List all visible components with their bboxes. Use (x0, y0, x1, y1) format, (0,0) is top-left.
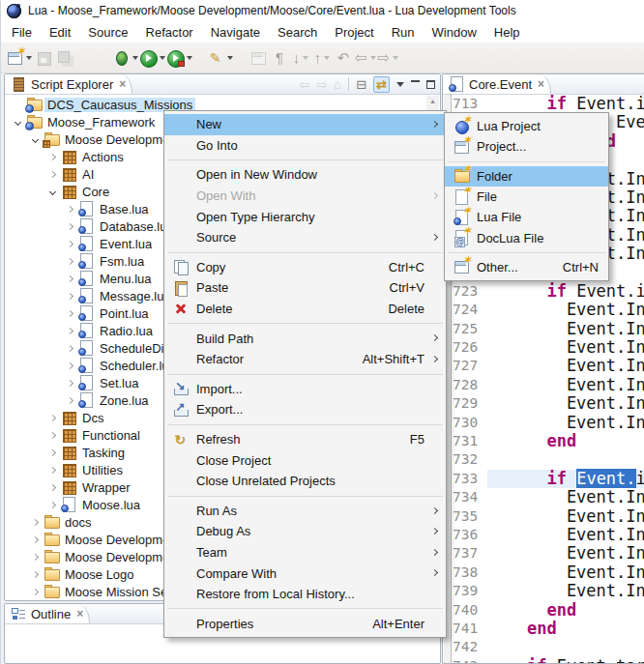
context-menu-item-import[interactable]: Import... (164, 379, 446, 400)
expander-collapsed-icon[interactable] (44, 450, 61, 455)
code-line[interactable]: 739 Event.IniCoalition = Event.IniDCSUni… (453, 582, 644, 600)
context-menu-item-export[interactable]: Export... (164, 399, 446, 420)
context-menu-item-open-type-hierarchy[interactable]: Open Type Hierarchy (164, 206, 446, 227)
expander-collapsed-icon[interactable] (44, 503, 61, 507)
menubar-item-project[interactable]: Project (326, 23, 382, 42)
previous-annotation-button[interactable]: ↑ (312, 46, 332, 70)
context-menu-item-delete[interactable]: DeleteDelete (164, 299, 446, 320)
context-menu-item-go-into[interactable]: Go Into (164, 135, 446, 157)
new-submenu-item-doclua-file[interactable]: DocLua File (445, 227, 608, 247)
close-icon[interactable]: × (76, 607, 83, 621)
expander-collapsed-icon[interactable] (62, 311, 78, 316)
next-annotation-button[interactable]: ↓ (291, 46, 310, 70)
minimize-icon[interactable] (411, 80, 420, 89)
expander-collapsed-icon[interactable] (62, 224, 78, 229)
code-line[interactable]: 730 Event.IniCategory = Event.IniDCSUnit… (453, 414, 644, 432)
expander-collapsed-icon[interactable] (62, 363, 78, 368)
code-line[interactable]: 725 Event.IniDCSGroup = Event.IniDCSUnit… (453, 320, 644, 338)
context-menu-item-team[interactable]: Team (164, 542, 446, 563)
new-submenu-item-other[interactable]: Other...Ctrl+N (445, 257, 608, 277)
expander-collapsed-icon[interactable] (27, 590, 44, 594)
last-edit-location-button[interactable]: ↶ (334, 46, 353, 70)
code-line[interactable]: 727 Event.IniUnitName = Event.IniDCSUnit… (453, 357, 644, 375)
forward-arrow-icon[interactable]: ⇨ (316, 78, 327, 91)
menubar-item-file[interactable]: File (3, 23, 41, 42)
menubar-item-edit[interactable]: Edit (41, 23, 79, 42)
expander-collapsed-icon[interactable] (27, 520, 44, 525)
code-line[interactable]: 736 Event.IniDCSUnitName = Event.IniDCSU… (453, 526, 644, 544)
back-arrow-icon[interactable]: ⇦ (300, 78, 310, 91)
up-icon[interactable]: ⌂ (334, 78, 341, 91)
menubar-item-refactor[interactable]: Refactor (137, 23, 202, 42)
expander-collapsed-icon[interactable] (44, 172, 61, 177)
code-line[interactable]: 741 end (453, 620, 644, 638)
code-line[interactable]: 733 if Event.initiator and Event.IniObje… (453, 470, 644, 488)
expander-collapsed-icon[interactable] (27, 572, 44, 577)
save-button[interactable] (34, 46, 53, 70)
context-menu-item-refactor[interactable]: RefactorAlt+Shift+T (164, 349, 446, 370)
code-line[interactable]: 731 end (453, 432, 644, 450)
view-menu-icon[interactable] (396, 82, 404, 87)
new-submenu-item-folder[interactable]: Folder (445, 166, 608, 187)
context-menu-item-build-path[interactable]: Build Path (164, 328, 446, 349)
code-line[interactable]: 724 Event.IniDCSUnit = Event.initiator (453, 301, 644, 319)
code-line[interactable]: 738 Event.IniUnit = UNIT:FindByName( Eve… (453, 563, 644, 582)
link-with-editor-icon[interactable]: ⇄ (373, 76, 390, 93)
context-menu-item-properties[interactable]: PropertiesAlt+Enter (164, 613, 446, 634)
expander-collapsed-icon[interactable] (62, 346, 78, 351)
debug-button[interactable] (113, 46, 138, 70)
show-whitespace-button[interactable]: ¶ (270, 46, 289, 70)
menubar-item-window[interactable]: Window (424, 23, 485, 42)
expander-collapsed-icon[interactable] (44, 433, 61, 438)
code-line[interactable]: 729 Event.IniCoalition = Event.IniDCSUni… (453, 394, 644, 413)
expander-collapsed-icon[interactable] (62, 259, 78, 264)
context-menu-item-copy[interactable]: CopyCtrl+C (164, 257, 446, 278)
expander-expanded-icon[interactable] (10, 120, 26, 125)
run-button[interactable] (140, 46, 165, 70)
tab-core-event[interactable]: Core.Event × (443, 74, 551, 94)
code-line[interactable]: 740 end (453, 601, 644, 620)
menubar-item-run[interactable]: Run (383, 23, 424, 42)
expander-collapsed-icon[interactable] (62, 276, 78, 281)
expander-expanded-icon[interactable] (44, 189, 61, 194)
code-line[interactable]: 723 if Event.initiator then (453, 282, 644, 301)
context-menu-item-paste[interactable]: PasteCtrl+V (164, 277, 446, 299)
maximize-icon[interactable] (426, 80, 435, 89)
tab-script-explorer[interactable]: Script Explorer × (5, 74, 132, 94)
expander-collapsed-icon[interactable] (44, 468, 61, 473)
menubar-item-source[interactable]: Source (79, 23, 136, 42)
close-icon[interactable]: × (119, 77, 126, 91)
expander-collapsed-icon[interactable] (62, 381, 78, 386)
expander-collapsed-icon[interactable] (44, 155, 61, 159)
tab-outline[interactable]: Outline × (5, 604, 90, 623)
context-menu-item-open-in-new-window[interactable]: Open in New Window (164, 164, 446, 186)
close-icon[interactable]: × (538, 77, 544, 91)
expander-collapsed-icon[interactable] (62, 329, 78, 333)
context-menu-item-refresh[interactable]: RefreshF5 (164, 429, 446, 450)
expander-collapsed-icon[interactable] (62, 242, 78, 246)
code-line[interactable]: 737 Event.IniUnitName = Event.IniDCSUnit… (453, 544, 644, 563)
forward-button[interactable]: ⇨ (378, 46, 399, 70)
expander-collapsed-icon[interactable] (62, 294, 78, 299)
annotate-button[interactable] (208, 46, 233, 70)
code-line[interactable]: 735 Event.IniDCSGroup = Event.IniDCSUnit… (453, 507, 644, 526)
new-submenu-item-file[interactable]: File (445, 187, 608, 207)
scroll-up-icon[interactable]: ▲ (426, 96, 439, 104)
expander-collapsed-icon[interactable] (27, 555, 44, 560)
open-element-button[interactable] (249, 46, 268, 70)
context-menu-item-compare-with[interactable]: Compare With (164, 563, 446, 584)
expander-collapsed-icon[interactable] (27, 537, 44, 542)
context-menu-item-open-with[interactable]: Open With (164, 186, 446, 207)
context-menu-item-close-unrelated-projects[interactable]: Close Unrelated Projects (164, 471, 446, 492)
menubar-item-help[interactable]: Help (485, 23, 529, 42)
code-line[interactable]: 713 if Event.initiator then (453, 95, 644, 113)
run-external-button[interactable] (167, 46, 192, 70)
code-line[interactable]: 743 if Event.target then (453, 657, 644, 663)
code-line[interactable]: 728 Event.IniUnit = UNIT:FindByName( Eve… (453, 376, 644, 394)
menubar-item-navigate[interactable]: Navigate (202, 23, 269, 42)
code-line[interactable]: 734 Event.IniDCSUnit = Event.initiator (453, 488, 644, 506)
expander-expanded-icon[interactable] (27, 137, 44, 142)
menubar-item-search[interactable]: Search (269, 23, 326, 42)
expander-collapsed-icon[interactable] (62, 398, 78, 403)
back-button[interactable]: ⇦ (355, 46, 376, 70)
